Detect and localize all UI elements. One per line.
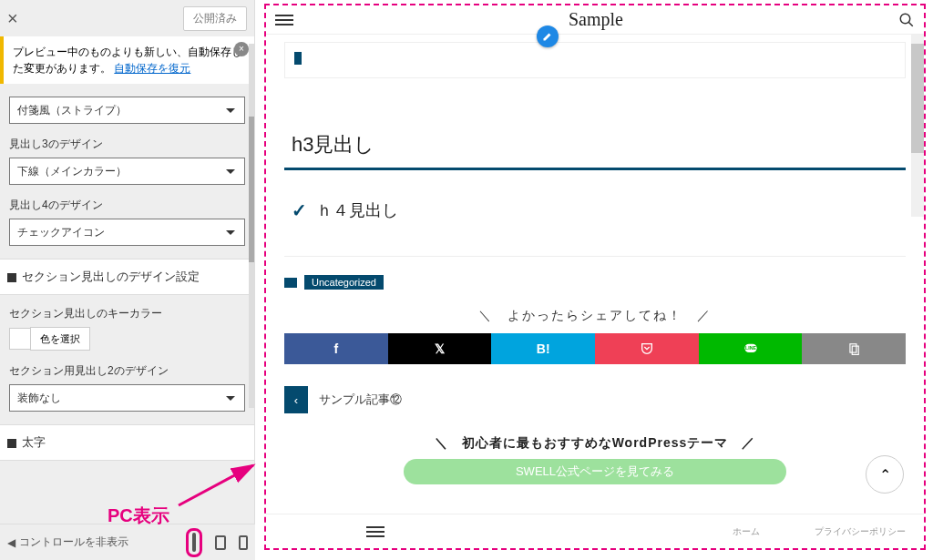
customizer-sidebar: × 公開済み プレビュー中のものよりも新しい、自動保存した変更があります。 自動… [0, 0, 255, 560]
svg-text:LINE: LINE [744, 345, 756, 351]
svg-rect-6 [852, 346, 858, 354]
mobile-footer-bar: ホーム プライバシーポリシー [266, 514, 924, 548]
footer-menu-icon[interactable] [366, 524, 384, 540]
device-desktop-selected[interactable] [186, 528, 202, 557]
cta-button[interactable]: SWELL公式ページを見てみる [404, 459, 786, 484]
site-header: Sample [266, 5, 924, 35]
chevron-left-icon: ‹ [284, 386, 308, 413]
category-row: Uncategorized [284, 275, 906, 290]
cta-title: ＼ 初心者に最もおすすめなWordPressテーマ ／ [284, 435, 906, 452]
share-line[interactable]: LINE [699, 333, 803, 364]
preview-pane: Sample h3見出し ✓ｈ４見出し Uncategorized ＼ よかった… [266, 5, 924, 548]
share-x[interactable]: 𝕏 [388, 333, 492, 364]
svg-point-1 [900, 14, 910, 24]
sidebar-bottombar: ◀ コントロールを非表示 [0, 524, 255, 560]
sec-h2-label: セクション用見出し2のデザイン [9, 363, 245, 379]
publish-button[interactable]: 公開済み [183, 6, 247, 31]
preview-scrollbar[interactable] [911, 35, 924, 217]
h4-sample: ✓ｈ４見出し [284, 183, 906, 238]
autosave-notice: プレビュー中のものよりも新しい、自動保存した変更があります。 自動保存を復元 × [0, 36, 254, 84]
phone-icon[interactable] [239, 535, 248, 550]
site-title[interactable]: Sample [293, 9, 898, 30]
edit-shortcut-icon[interactable] [537, 25, 559, 47]
share-pocket[interactable] [595, 333, 699, 364]
preview-pane-outline: Sample h3見出し ✓ｈ４見出し Uncategorized ＼ よかった… [264, 4, 926, 550]
svg-rect-5 [850, 344, 856, 352]
share-title: ＼ よかったらシェアしてね！ ／ [284, 308, 906, 324]
close-icon[interactable]: × [7, 8, 18, 29]
h3-design-select[interactable]: 下線（メインカラー） [9, 158, 245, 185]
search-icon[interactable] [898, 12, 915, 28]
sidebar-body: 付箋風（ストライプ） 見出し3のデザイン 下線（メインカラー） 見出し4のデザイ… [0, 84, 254, 479]
h2-design-select[interactable]: 付箋風（ストライプ） [9, 97, 245, 124]
hide-controls-button[interactable]: ◀ コントロールを非表示 [7, 535, 128, 550]
menu-icon[interactable] [275, 12, 293, 28]
color-swatch[interactable] [9, 328, 31, 350]
footer-link-home[interactable]: ホーム [733, 525, 760, 538]
share-buttons: f 𝕏 B! LINE [284, 333, 906, 364]
h3-design-label: 見出し3のデザイン [9, 137, 245, 152]
tablet-icon[interactable] [215, 535, 226, 550]
h4-design-select[interactable]: チェックアイコン [9, 219, 245, 246]
annotation-label: PC表示 [108, 504, 169, 528]
category-badge[interactable]: Uncategorized [304, 275, 384, 290]
desktop-icon [192, 533, 196, 552]
h4-design-label: 見出し4のデザイン [9, 198, 245, 213]
keycolor-label: セクション見出しのキーカラー [9, 306, 245, 321]
check-icon: ✓ [292, 199, 307, 221]
chevron-up-icon: ⌃ [879, 466, 891, 484]
h3-sample: h3見出し [284, 115, 906, 170]
pagetop-button[interactable]: ⌃ [866, 455, 904, 494]
folder-icon [284, 278, 297, 288]
share-copy[interactable] [802, 333, 906, 364]
svg-line-2 [908, 22, 913, 26]
bold-section-header: 太字 [0, 424, 254, 461]
sidebar-scrollbar[interactable] [249, 44, 254, 408]
h2-sample [284, 42, 906, 78]
footer-link-privacy[interactable]: プライバシーポリシー [815, 525, 906, 538]
notice-close-icon[interactable]: × [234, 42, 249, 56]
post-content: h3見出し ✓ｈ４見出し Uncategorized ＼ よかったらシェアしてね… [266, 42, 924, 484]
section-design-header: セクション見出しのデザイン設定 [0, 259, 254, 295]
color-select-button[interactable]: 色を選択 [30, 327, 90, 351]
share-hatena[interactable]: B! [491, 333, 595, 364]
chevron-left-icon: ◀ [7, 536, 15, 549]
sec-h2-select[interactable]: 装飾なし [9, 384, 245, 412]
divider [284, 256, 906, 257]
sidebar-topbar: × 公開済み [0, 0, 254, 36]
share-facebook[interactable]: f [284, 333, 388, 364]
restore-link[interactable]: 自動保存を復元 [114, 62, 190, 75]
prev-post-link[interactable]: ‹ サンプル記事⑫ [284, 386, 402, 413]
